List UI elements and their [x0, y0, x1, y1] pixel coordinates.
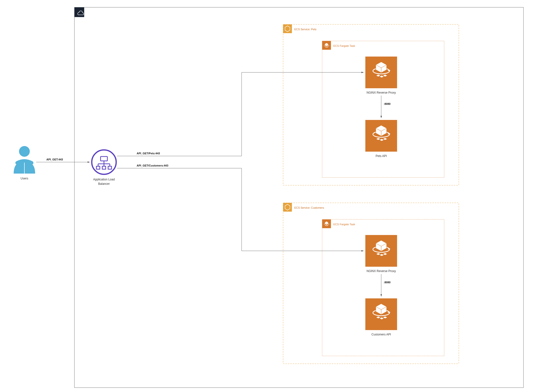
ecs-fargate-task-customers-label: ECS Fargate Task [333, 223, 355, 226]
svg-rect-8 [74, 7, 523, 388]
ecs-service-pets-label: ECS Service: Pets [294, 28, 317, 31]
pets-api-label: Pets API [376, 154, 387, 158]
users-label: Users [20, 177, 28, 180]
edge-alb-pets: API_GET/Pets:443 [117, 72, 364, 156]
alb-label-l1: Application Load [93, 178, 115, 181]
nginx-proxy-pets: NGINX Reverse Proxy [365, 57, 397, 94]
edge-users-alb: API_GET:443 [36, 158, 90, 162]
users-node: Users [14, 146, 35, 180]
alb-label-l2: Balancer [98, 182, 110, 186]
svg-rect-9 [74, 7, 84, 17]
svg-rect-22 [283, 24, 459, 185]
svg-rect-21 [108, 166, 112, 169]
nginx-proxy-customers: NGINX Reverse Proxy [365, 235, 397, 273]
alb-node: Application Load Balancer [92, 150, 116, 186]
customers-api: Customers API [365, 298, 397, 336]
edge-pets-port: :8080 [381, 96, 390, 118]
svg-rect-19 [96, 166, 100, 169]
architecture-diagram: AWS Cloud Users API_GET:443 Applicati [0, 0, 533, 392]
nginx-proxy-customers-label: NGINX Reverse Proxy [367, 269, 396, 273]
edge-users-alb-label: API_GET:443 [46, 158, 63, 161]
customers-api-label: Customers API [371, 333, 391, 336]
aws-cloud-boundary: AWS Cloud [74, 7, 523, 388]
ecs-service-customers-label: ECS Service: Customers [294, 206, 324, 209]
alb-icon [96, 157, 112, 169]
edge-alb-customers: API_GET/Customers:443 [117, 164, 364, 251]
user-icon [14, 146, 35, 174]
svg-rect-30 [283, 203, 459, 364]
edge-customers-port-label: :8080 [384, 281, 390, 284]
edge-pets-port-label: :8080 [384, 102, 390, 105]
svg-point-10 [19, 146, 30, 157]
ecs-service-pets: ECS Service: Pets ECS Fargate Task NGINX… [283, 24, 459, 185]
ecs-fargate-task-pets-label: ECS Fargate Task [333, 44, 355, 47]
ecs-service-customers: ECS Service: Customers ECS Fargate Task … [283, 203, 459, 364]
edge-alb-customers-label: API_GET/Customers:443 [137, 164, 168, 167]
nginx-proxy-pets-label: NGINX Reverse Proxy [367, 91, 396, 94]
aws-cloud-label: AWS Cloud [87, 11, 102, 14]
edge-customers-port: :8080 [381, 274, 390, 296]
svg-rect-20 [102, 166, 106, 169]
pets-api: Pets API [365, 120, 397, 158]
svg-rect-13 [101, 157, 107, 161]
edge-alb-pets-label: API_GET/Pets:443 [137, 152, 160, 155]
